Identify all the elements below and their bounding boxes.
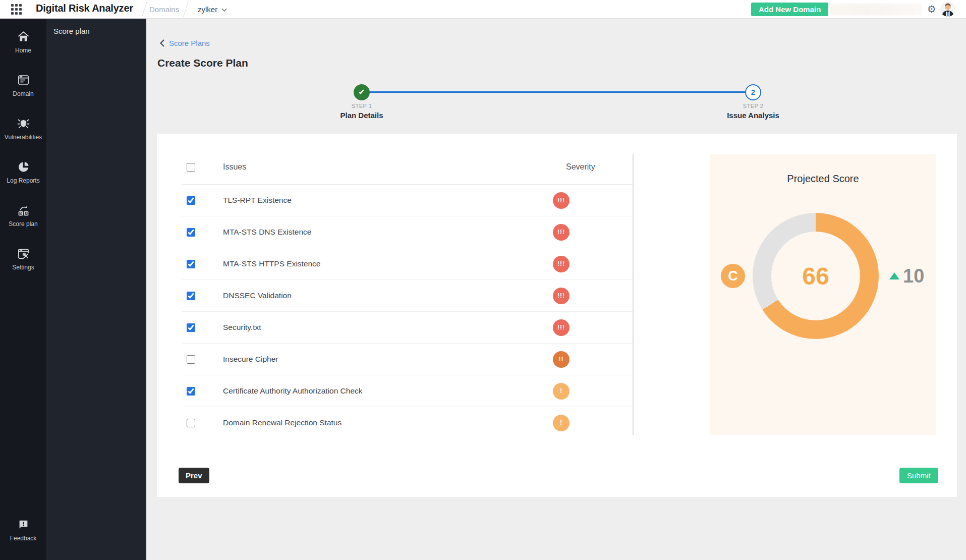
issue-analysis-card: Issues Severity TLS-RPT Existence !!! MT…: [157, 134, 957, 497]
domain-icon: [17, 73, 30, 87]
issue-checkbox[interactable]: [187, 355, 195, 364]
breadcrumb-domains[interactable]: Domains: [149, 5, 179, 14]
app-title: Digital Risk Analyzer: [36, 3, 133, 14]
arrow-up-icon: [889, 272, 899, 279]
app-launcher-icon[interactable]: [11, 4, 22, 15]
issue-checkbox[interactable]: [187, 387, 195, 396]
back-link-score-plans[interactable]: Score Plans: [160, 39, 210, 47]
sidebar-item-label: Log Reports: [7, 177, 39, 184]
severity-icon: !!!: [553, 319, 570, 336]
severity-icon: !!!: [553, 288, 570, 304]
table-row: DNSSEC Validation !!!: [182, 280, 633, 312]
page-title: Create Score Plan: [157, 57, 248, 69]
issue-name: MTA-STS DNS Existence: [223, 228, 311, 237]
select-all-checkbox[interactable]: [187, 163, 195, 172]
severity-icon: !!: [553, 351, 570, 368]
issue-checkbox[interactable]: [187, 228, 195, 237]
step1-meta: STEP 1 Plan Details: [306, 103, 417, 120]
main-content: Score Plans Create Score Plan ✔ 2 STEP 1…: [146, 19, 966, 560]
table-row: Certificate Authority Authorization Chec…: [182, 375, 633, 407]
table-row: MTA-STS DNS Existence !!!: [182, 216, 633, 248]
sidebar-item-label: Domain: [13, 90, 33, 97]
breadcrumb-separator: [183, 2, 189, 17]
prev-button[interactable]: Prev: [179, 468, 209, 483]
projected-score-panel: Projected Score C 66 10: [710, 154, 936, 435]
submit-button[interactable]: Submit: [899, 468, 938, 483]
column-header-severity: Severity: [566, 162, 595, 172]
column-header-issues: Issues: [223, 162, 246, 172]
sidebar-item-log-reports[interactable]: Log Reports: [0, 157, 46, 200]
sidebar-item-feedback[interactable]: Feedback: [0, 515, 46, 558]
table-row: Domain Renewal Rejection Status !: [182, 407, 633, 439]
domain-selector-dropdown[interactable]: zylker: [198, 5, 227, 14]
sidebar-item-label: Home: [15, 47, 31, 54]
table-row: TLS-RPT Existence !!!: [182, 185, 633, 216]
top-header: Digital Risk Analyzer Domains zylker Add…: [0, 0, 966, 19]
issue-checkbox[interactable]: [187, 419, 195, 427]
grade-badge: C: [721, 264, 745, 288]
issues-list: TLS-RPT Existence !!! MTA-STS DNS Existe…: [182, 185, 633, 439]
stepper-connector: [362, 91, 753, 93]
sidebar-item-score-plan[interactable]: DA Score plan: [0, 200, 46, 244]
feedback-icon: [17, 518, 30, 531]
table-row: Insecure Cipher !!: [182, 344, 633, 375]
sidebar-item-vulnerabilities[interactable]: Vulnerabilities: [0, 114, 46, 157]
domain-selector-value: zylker: [198, 5, 217, 14]
score-plan-icon: DA: [17, 203, 30, 217]
sidebar-item-settings[interactable]: Settings: [0, 244, 46, 287]
issue-name: Domain Renewal Rejection Status: [223, 418, 342, 427]
sidebar-item-label: Settings: [12, 264, 34, 271]
step1-name: Plan Details: [306, 111, 417, 120]
score-donut-chart: 66: [753, 213, 879, 339]
issue-name: Insecure Cipher: [223, 355, 278, 364]
severity-icon: !: [553, 383, 570, 400]
severity-icon: !: [553, 415, 570, 431]
severity-icon: !!!: [553, 224, 570, 241]
subsidebar-item-score-plan[interactable]: Score plan: [53, 27, 90, 35]
vertical-divider: [633, 154, 634, 435]
step1-complete-icon: ✔: [354, 84, 370, 100]
issue-name: DNSSEC Validation: [223, 291, 292, 300]
back-link-label: Score Plans: [169, 39, 210, 47]
projected-score-title: Projected Score: [710, 173, 936, 185]
issue-name: Security.txt: [223, 323, 261, 332]
settings-icon: [17, 247, 30, 260]
issue-checkbox[interactable]: [187, 260, 195, 268]
svg-text:A: A: [25, 212, 27, 215]
sidebar-item-label: Score plan: [9, 220, 37, 228]
issue-name: Certificate Authority Authorization Chec…: [223, 386, 363, 396]
secondary-sidebar: Score plan: [46, 19, 146, 560]
step2-name: Issue Analysis: [698, 111, 809, 120]
severity-icon: !!!: [553, 256, 570, 272]
gear-icon[interactable]: ⚙: [925, 3, 938, 16]
vulnerabilities-icon: [17, 117, 30, 130]
score-donut-hole: 66: [771, 232, 860, 320]
home-icon: [17, 30, 30, 43]
sidebar-item-label: Feedback: [10, 535, 37, 542]
sidebar-item-domain[interactable]: Domain: [0, 70, 46, 114]
chevron-down-icon: [221, 8, 227, 12]
sidebar-item-home[interactable]: Home: [0, 27, 46, 70]
issue-checkbox[interactable]: [187, 196, 195, 205]
add-new-domain-button[interactable]: Add New Domain: [751, 3, 828, 16]
sidebar-item-label: Vulnerabilities: [5, 134, 42, 141]
issue-checkbox[interactable]: [187, 292, 195, 300]
table-row: MTA-STS HTTPS Existence !!!: [182, 248, 633, 280]
table-row: Security.txt !!!: [182, 312, 633, 344]
issue-name: MTA-STS HTTPS Existence: [223, 259, 321, 268]
svg-text:D: D: [20, 212, 22, 215]
issue-checkbox[interactable]: [187, 323, 195, 332]
score-value: 66: [802, 262, 829, 290]
score-delta-value: 10: [903, 265, 924, 287]
breadcrumb-separator: [142, 2, 147, 17]
avatar[interactable]: [940, 2, 955, 17]
step1-eyebrow: STEP 1: [306, 103, 417, 109]
log-reports-icon: [17, 160, 30, 174]
severity-icon: !!!: [553, 192, 570, 209]
step2-eyebrow: STEP 2: [698, 103, 809, 109]
score-delta: 10: [889, 262, 924, 290]
issue-name: TLS-RPT Existence: [223, 196, 292, 205]
step2-number-badge: 2: [745, 84, 761, 100]
chevron-left-icon: [160, 39, 164, 47]
search-input[interactable]: [830, 4, 922, 15]
